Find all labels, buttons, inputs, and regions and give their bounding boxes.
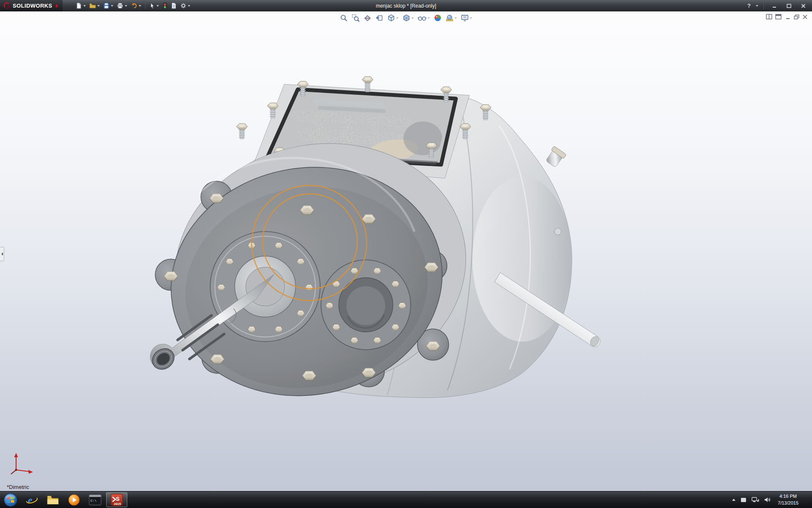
undo-button[interactable]	[129, 2, 143, 10]
help-button[interactable]: ?	[746, 3, 752, 9]
breather-stub[interactable]	[544, 146, 566, 168]
edit-appearance-button[interactable]	[433, 13, 443, 23]
hide-show-glasses-icon	[418, 14, 427, 22]
maximize-button[interactable]	[783, 2, 794, 10]
restore-document-icon[interactable]	[794, 14, 799, 19]
dropdown-arrow-icon	[188, 5, 190, 7]
dropdown-arrow-icon	[455, 17, 457, 19]
save-button[interactable]	[102, 2, 115, 10]
dropdown-arrow-icon	[83, 5, 86, 7]
previous-view-icon	[376, 14, 384, 22]
taskbar-clock[interactable]: 4:16 PM 7/13/2015	[775, 493, 801, 506]
rebuild-button[interactable]	[161, 2, 169, 10]
open-button[interactable]	[88, 2, 101, 10]
select-cursor-icon	[149, 3, 155, 9]
save-floppy-icon	[103, 3, 110, 9]
view-settings-icon	[461, 14, 469, 22]
edit-appearance-ball-icon	[434, 14, 442, 22]
undo-arrow-icon	[131, 3, 137, 9]
view-settings-button[interactable]	[460, 13, 473, 23]
ds-logo-icon	[3, 2, 11, 9]
start-orb-icon	[3, 493, 18, 507]
section-view-icon	[364, 14, 372, 22]
zoom-to-fit-button[interactable]	[339, 13, 349, 23]
taskbar-solidworks[interactable]: S 2015	[106, 492, 127, 507]
toolbar-separator	[145, 3, 145, 9]
pane-controls	[766, 14, 782, 19]
windows-taskbar: e C:\ S 2015	[0, 491, 812, 508]
options-gear-icon	[180, 3, 187, 9]
taskbar-command-prompt[interactable]: C:\	[85, 491, 106, 508]
hide-show-items-button[interactable]	[417, 13, 431, 23]
maximize-icon	[787, 4, 791, 8]
media-player-icon	[68, 494, 80, 506]
titlebar: SOLIDWORKS	[0, 0, 812, 11]
display-style-button[interactable]	[402, 13, 415, 23]
headsup-view-toolbar	[339, 13, 473, 23]
gearbox-model[interactable]	[0, 11, 812, 491]
section-view-button[interactable]	[363, 13, 373, 23]
show-hidden-icons-chevron[interactable]	[732, 499, 735, 501]
svg-text:2015: 2015	[114, 502, 121, 506]
tray-app-icon[interactable]	[740, 497, 747, 503]
svg-text:S: S	[116, 496, 120, 502]
full-screen-icon[interactable]	[775, 14, 782, 19]
controls-separator	[763, 3, 764, 9]
dropdown-arrow-icon	[156, 5, 159, 7]
zoom-to-area-icon	[352, 14, 360, 22]
dropdown-arrow-icon	[125, 5, 127, 7]
apply-scene-button[interactable]	[445, 13, 458, 23]
view-orientation-cube-icon	[387, 14, 395, 22]
command-prompt-icon: C:\	[89, 494, 102, 505]
internet-explorer-icon: e	[25, 494, 38, 506]
document-window-controls	[766, 14, 808, 19]
file-properties-button[interactable]	[170, 2, 178, 10]
taskbar-media-player[interactable]	[63, 491, 85, 508]
dropdown-arrow-icon	[411, 17, 414, 19]
help-dropdown-arrow-icon[interactable]	[756, 5, 758, 7]
minimize-document-icon[interactable]	[785, 14, 791, 19]
minimize-icon	[772, 4, 777, 8]
svg-text:e: e	[28, 494, 33, 505]
taskbar-file-explorer[interactable]	[42, 491, 63, 508]
speaker-icon[interactable]	[764, 497, 771, 503]
dropdown-arrow-icon	[470, 17, 472, 19]
taskbar-internet-explorer[interactable]: e	[21, 491, 42, 508]
new-button[interactable]	[74, 2, 87, 10]
solidworks-app-icon: S 2015	[110, 494, 123, 506]
zoom-to-fit-icon	[340, 14, 348, 22]
dropdown-arrow-icon	[97, 5, 100, 7]
split-pane-icon[interactable]	[766, 14, 772, 19]
orientation-triad	[8, 450, 37, 476]
previous-view-button[interactable]	[375, 13, 384, 23]
rebuild-trafficlight-icon	[162, 3, 167, 9]
solidworks-logo[interactable]: SOLIDWORKS	[0, 0, 63, 11]
select-button[interactable]	[148, 2, 160, 10]
secondary-bearing-cover[interactable]	[321, 260, 411, 350]
clock-time: 4:16 PM	[778, 493, 798, 500]
network-icon[interactable]	[752, 497, 759, 503]
new-document-icon	[76, 3, 82, 9]
view-orientation-button[interactable]	[387, 13, 400, 23]
close-button[interactable]	[798, 2, 809, 10]
zoom-to-area-button[interactable]	[351, 13, 361, 23]
print-button[interactable]	[115, 2, 129, 10]
featuremanager-collapsed-tab[interactable]	[0, 247, 4, 261]
window-title: menjac sklop * [Read-only]	[376, 3, 436, 9]
open-folder-icon	[89, 3, 96, 9]
clock-date: 7/13/2015	[778, 500, 798, 506]
options-button[interactable]	[179, 2, 192, 10]
brand-text: SOLIDWORKS	[13, 3, 52, 9]
close-document-icon[interactable]	[802, 14, 808, 19]
graphics-area[interactable]: *Dimetric	[0, 11, 812, 491]
close-icon	[801, 4, 806, 8]
brand-chevron-icon	[56, 4, 58, 8]
svg-text:C:\: C:\	[91, 499, 97, 502]
minimize-button[interactable]	[769, 2, 780, 10]
apply-scene-icon	[446, 14, 454, 22]
start-button[interactable]	[0, 491, 21, 508]
child-window-controls	[785, 14, 808, 19]
window-controls: ?	[746, 2, 812, 10]
display-style-icon	[403, 14, 411, 22]
dropdown-arrow-icon	[396, 17, 399, 19]
